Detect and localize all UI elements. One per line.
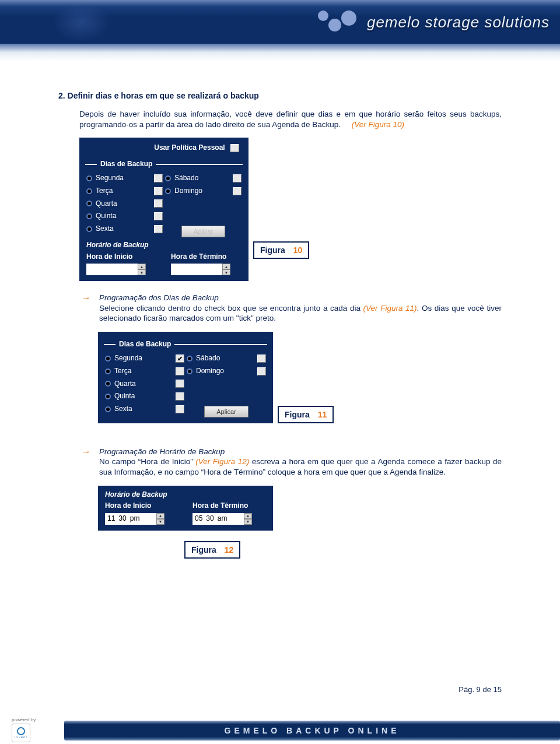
day-label: Segunda xyxy=(114,354,172,363)
time-hh: 05 xyxy=(195,514,202,524)
horario-panel: Horário de Backup Hora de Inicio 11 30 p… xyxy=(98,486,273,531)
bullet-icon xyxy=(86,176,92,181)
powered-label: powered by xyxy=(12,717,36,722)
time-spinner[interactable]: ▲▼ xyxy=(244,513,252,525)
day-checkbox[interactable] xyxy=(154,174,163,183)
document-content: 2. Definir dias e horas em que se realiz… xyxy=(0,61,560,559)
chevron-down-icon[interactable]: ▼ xyxy=(138,269,146,275)
day-checkbox[interactable] xyxy=(233,187,242,195)
hora-termino-input[interactable] xyxy=(171,264,222,275)
day-row: Sexta xyxy=(104,403,186,416)
day-label: Quarta xyxy=(96,199,150,209)
time-ap: pm xyxy=(130,514,140,524)
hora-inicio-input[interactable]: 11 30 pm xyxy=(105,513,156,525)
day-checkbox[interactable] xyxy=(233,174,242,183)
day-checkbox[interactable] xyxy=(257,355,266,363)
day-checkbox[interactable] xyxy=(176,380,184,388)
chevron-up-icon[interactable]: ▲ xyxy=(222,264,230,269)
day-row: Quarta xyxy=(104,378,186,391)
day-checkbox[interactable] xyxy=(154,225,163,233)
day-checkbox[interactable] xyxy=(154,187,163,195)
bullet-icon xyxy=(86,226,92,232)
bullet-icon xyxy=(86,213,92,219)
step-title: Programação dos Dias de Backup xyxy=(99,293,219,302)
bullet-icon xyxy=(165,176,171,181)
dias-panel: Dias de Backup Segunda✔ Terça Quarta Qui… xyxy=(98,332,273,423)
step-ref: (Ver Figura 12) xyxy=(195,457,249,466)
hora-inicio-label: Hora de Inicio xyxy=(105,501,178,513)
day-checkbox[interactable] xyxy=(154,199,163,208)
horario-header: Horário de Backup xyxy=(104,490,267,501)
map-silhouette xyxy=(52,2,111,42)
day-label: Sábado xyxy=(196,354,254,363)
bullet-icon xyxy=(86,201,92,206)
brand-block: gemelo storage solutions xyxy=(318,10,550,34)
horario-header: Horário de Backup xyxy=(85,237,243,251)
aplicar-button[interactable]: Aplicar xyxy=(204,406,249,417)
chevron-down-icon[interactable]: ▼ xyxy=(156,519,164,525)
day-row: Quinta xyxy=(85,210,164,223)
figure-number: 11 xyxy=(318,410,327,419)
powered-by: powered by invent xyxy=(0,715,64,744)
chevron-down-icon[interactable]: ▼ xyxy=(244,519,252,525)
day-label: Domingo xyxy=(196,367,254,376)
day-row: Terça xyxy=(104,365,186,378)
hora-termino-label: Hora de Término xyxy=(192,501,266,513)
day-label: Quinta xyxy=(96,212,150,221)
day-label: Quarta xyxy=(114,380,172,389)
day-row: Terça xyxy=(85,185,164,198)
brand-name: gemelo storage solutions xyxy=(367,13,550,31)
header-shadow xyxy=(0,44,560,61)
chevron-up-icon[interactable]: ▲ xyxy=(244,513,252,519)
time-ap: am xyxy=(218,514,228,524)
step-text: Selecione clicando dentro do check box q… xyxy=(99,304,363,313)
brand-logo-icon xyxy=(318,10,359,34)
time-mm: 30 xyxy=(118,514,126,524)
day-checkbox[interactable] xyxy=(257,367,266,375)
step-ref: (Ver Figura 11) xyxy=(363,304,417,313)
arrow-icon: → xyxy=(82,447,91,478)
footer: powered by invent GEMELO BACKUP ONLINE xyxy=(0,715,560,744)
day-label: Terça xyxy=(114,367,172,376)
chevron-up-icon[interactable]: ▲ xyxy=(156,513,164,519)
aplicar-button[interactable]: Aplicar xyxy=(181,226,226,237)
day-label: Sexta xyxy=(96,224,150,234)
intro-paragraph: Depois de haver incluído sua informação,… xyxy=(58,109,502,129)
dias-de-backup-header: Dias de Backup xyxy=(85,160,243,169)
bullet-icon xyxy=(187,356,192,362)
chevron-down-icon[interactable]: ▼ xyxy=(222,269,230,275)
time-mm: 30 xyxy=(206,514,214,524)
intro-ref: (Ver Figura 10) xyxy=(352,120,404,129)
header-banner: gemelo storage solutions xyxy=(0,0,560,44)
time-spinner[interactable]: ▲▼ xyxy=(222,264,230,275)
day-checkbox[interactable] xyxy=(154,212,163,220)
bullet-icon xyxy=(187,369,192,374)
step-title: Programação de Horário de Backup xyxy=(99,447,225,456)
day-checkbox-checked[interactable]: ✔ xyxy=(176,355,184,363)
bullet-icon xyxy=(105,369,111,374)
hora-termino-input[interactable]: 05 30 am xyxy=(192,513,244,525)
schedule-panel-full: Usar Política Pessoal Dias de Backup Seg… xyxy=(79,138,249,281)
step-horario: → Programação de Horário de Backup No ca… xyxy=(58,427,502,480)
day-row: Domingo xyxy=(186,365,267,378)
figure-number: 10 xyxy=(293,245,303,255)
time-hh: 11 xyxy=(107,514,115,524)
bullet-icon xyxy=(86,188,92,194)
day-row: Sábado xyxy=(186,352,267,365)
hora-termino-label: Hora de Término xyxy=(171,252,242,264)
day-checkbox[interactable] xyxy=(176,367,184,375)
usar-politica-checkbox[interactable] xyxy=(230,144,239,152)
chevron-up-icon[interactable]: ▲ xyxy=(138,264,146,269)
day-checkbox[interactable] xyxy=(176,392,184,401)
section-heading: 2. Definir dias e horas em que se realiz… xyxy=(58,90,502,101)
hora-inicio-input[interactable] xyxy=(86,264,138,275)
figure-12-label: Figura12 xyxy=(184,541,240,559)
time-spinner[interactable]: ▲▼ xyxy=(138,264,146,275)
day-row: Segunda✔ xyxy=(104,352,186,365)
time-spinner[interactable]: ▲▼ xyxy=(156,513,164,525)
hp-invent-text: invent xyxy=(15,735,27,739)
day-label: Sábado xyxy=(174,174,229,183)
dias-header-text: Dias de Backup xyxy=(119,340,171,349)
day-row: Segunda xyxy=(85,172,164,185)
day-checkbox[interactable] xyxy=(176,405,184,413)
